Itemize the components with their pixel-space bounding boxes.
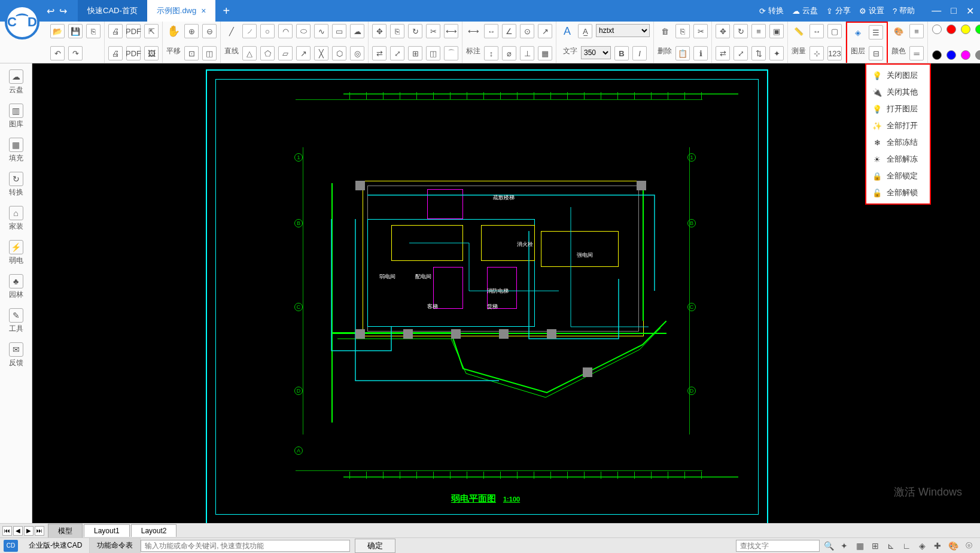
osnap-icon[interactable]: ◈ (915, 540, 929, 552)
mirror-icon[interactable]: ⇄ (372, 46, 386, 60)
rot2-icon[interactable]: ↻ (734, 24, 748, 38)
sidebar-item-0[interactable]: ☁云盘 (9, 69, 23, 95)
color-swatch[interactable] (975, 50, 980, 60)
size-select[interactable]: 350 (581, 46, 611, 59)
add-status-icon[interactable]: ✚ (931, 540, 944, 552)
tri-icon[interactable]: △ (242, 46, 257, 60)
zoomwin-icon[interactable]: ◫ (202, 46, 217, 60)
print-icon[interactable]: 🖨 (108, 24, 123, 38)
fillet-icon[interactable]: ⌒ (444, 46, 458, 60)
saveas-icon[interactable]: ⎘ (86, 24, 101, 38)
layout-tab-1[interactable]: Layout1 (84, 524, 130, 537)
next-icon[interactable]: ▶ (24, 526, 34, 536)
block-icon[interactable]: ▣ (769, 24, 784, 38)
tab-home[interactable]: 快速CAD-首页 (78, 0, 147, 22)
color-swatch[interactable] (932, 50, 942, 60)
find-text-input[interactable] (736, 540, 820, 552)
xline-icon[interactable]: ╳ (314, 46, 328, 60)
dimdia-icon[interactable]: ⌀ (502, 46, 516, 60)
zoomin-icon[interactable]: ⊕ (184, 24, 199, 38)
lineweight-icon[interactable]: ═ (909, 46, 924, 60)
func-table-button[interactable]: 功能命令表 (90, 538, 141, 553)
open-icon[interactable]: 📂 (50, 24, 65, 38)
layout-tab-model[interactable]: 模型 (48, 524, 83, 538)
prev-icon[interactable]: ◀ (13, 526, 23, 536)
color-swatch[interactable] (946, 25, 956, 34)
first-icon[interactable]: ⏮ (2, 526, 12, 536)
sidebar-item-3[interactable]: ↻转换 (9, 172, 23, 198)
poly-icon[interactable]: ⬡ (332, 46, 346, 60)
copy-icon[interactable]: ⎘ (390, 24, 404, 38)
dimang-icon[interactable]: ∠ (502, 24, 516, 38)
drawing-canvas[interactable]: 1 B C D A 1 B C D (32, 63, 980, 523)
save-icon[interactable]: 💾 (68, 24, 83, 38)
linetype-icon[interactable]: ≡ (909, 24, 924, 38)
offset-icon[interactable]: ◫ (426, 46, 440, 60)
paste-icon[interactable]: 📋 (675, 46, 690, 60)
layerprop-icon[interactable]: ⊟ (869, 46, 883, 60)
grid2-icon[interactable]: ⊞ (869, 540, 882, 552)
minimize-icon[interactable]: — (932, 5, 941, 17)
cloud-icon[interactable]: ☁ (350, 24, 364, 38)
explode-icon[interactable]: ✦ (769, 46, 784, 60)
dimrad-icon[interactable]: ⊙ (520, 24, 534, 38)
layer-menu-item-3[interactable]: ✨全部打开 (866, 117, 930, 134)
copy2-icon[interactable]: ⎘ (675, 24, 690, 38)
table-icon[interactable]: ▦ (538, 46, 552, 60)
sidebar-item-2[interactable]: ▦填充 (9, 138, 23, 163)
sidebar-item-7[interactable]: ✎工具 (9, 308, 23, 334)
num-icon[interactable]: 123 (827, 46, 842, 60)
layerlist-icon[interactable]: ☰ (869, 25, 883, 40)
zoomout-icon[interactable]: ⊖ (202, 24, 217, 38)
command-input[interactable] (141, 540, 350, 552)
layer-menu-item-4[interactable]: ❄全部冻结 (866, 134, 930, 151)
extend-icon[interactable]: ⟷ (444, 24, 458, 38)
image-icon[interactable]: 🖼 (144, 46, 159, 60)
leader-icon[interactable]: ↗ (538, 24, 552, 38)
layer-icon[interactable]: ◈ (851, 25, 865, 40)
cut-icon[interactable]: ✂ (693, 24, 708, 38)
snap-icon[interactable]: ✦ (838, 540, 851, 552)
close-icon[interactable]: × (201, 6, 206, 16)
donut-icon[interactable]: ◎ (350, 46, 364, 60)
color-swatch[interactable] (975, 25, 980, 34)
spline-icon[interactable]: ∿ (314, 24, 328, 38)
redo-icon[interactable]: ↷ (68, 46, 83, 60)
undo-icon[interactable]: ↶ (50, 46, 65, 60)
measure-icon[interactable]: 📏 (792, 24, 806, 38)
flip-icon[interactable]: ⇅ (751, 46, 766, 60)
polar-icon[interactable]: ∟ (900, 540, 913, 552)
pdf2-icon[interactable]: PDF (126, 46, 141, 60)
search-icon[interactable]: 🔍 (822, 540, 835, 552)
props-icon[interactable]: ℹ (693, 46, 708, 60)
dimh-icon[interactable]: ↔ (484, 24, 498, 38)
dimord-icon[interactable]: ⊥ (520, 46, 534, 60)
align-icon[interactable]: ≡ (751, 24, 766, 38)
ray-icon[interactable]: ↗ (296, 46, 311, 60)
ortho-icon[interactable]: ⊾ (884, 540, 897, 552)
para-icon[interactable]: ▱ (278, 46, 293, 60)
sidebar-item-6[interactable]: ♣园林 (9, 274, 23, 300)
color-swatch[interactable] (961, 25, 970, 34)
color-icon[interactable]: 🎨 (891, 24, 906, 38)
maximize-icon[interactable]: □ (951, 5, 957, 17)
pdf-icon[interactable]: PDF (126, 24, 141, 38)
help-button[interactable]: ?帮助 (893, 5, 915, 16)
font-select[interactable]: hztxt (596, 24, 650, 37)
bold-button[interactable]: B (614, 46, 629, 60)
app-logo[interactable]: C⁀D (5, 5, 39, 40)
move2-icon[interactable]: ✥ (716, 24, 730, 38)
scale2-icon[interactable]: ⤢ (734, 46, 748, 60)
circle-icon[interactable]: ○ (260, 24, 275, 38)
dim-icon[interactable]: ⟷ (466, 24, 480, 38)
trim-icon[interactable]: ✂ (426, 24, 440, 38)
line-icon[interactable]: ╱ (224, 24, 239, 38)
cloud-button[interactable]: ☁云盘 (792, 5, 818, 16)
italic-button[interactable]: I (632, 46, 647, 60)
layer-menu-item-6[interactable]: 🔒全部锁定 (866, 168, 930, 184)
text-icon[interactable]: A (560, 24, 574, 38)
coord-icon[interactable]: ⊹ (809, 46, 824, 60)
last-icon[interactable]: ⏭ (35, 526, 44, 536)
sidebar-item-1[interactable]: ▥图库 (9, 104, 23, 129)
layer-menu-item-2[interactable]: 💡打开图层 (866, 101, 930, 117)
